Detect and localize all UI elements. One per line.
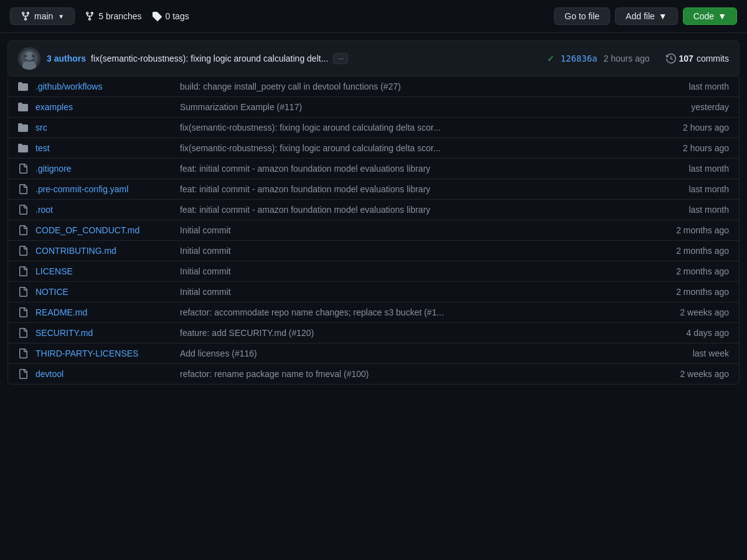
file-name[interactable]: CODE_OF_CONDUCT.md [35, 225, 172, 235]
file-time: 2 months ago [648, 266, 729, 276]
tags-count: 0 tags [166, 11, 189, 21]
file-commit-message: refactor: rename package name to fmeval … [180, 369, 641, 379]
file-icon [18, 369, 28, 379]
toolbar-actions: Go to file Add file ▼ Code ▼ [554, 7, 737, 25]
file-name[interactable]: .github/workflows [35, 82, 172, 91]
table-row[interactable]: srcfix(semantic-robustness): fixing logi… [8, 118, 739, 138]
toolbar: main ▼ 5 branches 0 tags Go to file Add … [0, 0, 747, 33]
file-commit-message: Initial commit [180, 266, 641, 276]
folder-icon [18, 123, 28, 133]
commit-authors[interactable]: 3 authors [47, 54, 86, 63]
file-commit-message: Initial commit [180, 225, 641, 235]
file-commit-message: build: change install_poetry call in dev… [180, 82, 641, 91]
file-name[interactable]: LICENSE [35, 266, 172, 276]
file-name[interactable]: .root [35, 205, 172, 215]
table-row[interactable]: CONTRIBUTING.mdInitial commit2 months ag… [8, 241, 739, 261]
branch-chevron-icon: ▼ [58, 13, 64, 20]
file-icon [18, 205, 28, 215]
file-name[interactable]: test [35, 143, 172, 153]
file-commit-message: Initial commit [180, 246, 641, 256]
file-icon [18, 184, 28, 194]
add-file-chevron-icon: ▼ [659, 11, 667, 21]
commit-dots[interactable]: ··· [333, 53, 348, 64]
file-name[interactable]: SECURITY.md [35, 328, 172, 338]
file-time: last week [648, 348, 729, 358]
table-row[interactable]: .github/workflowsbuild: change install_p… [8, 77, 739, 97]
file-name[interactable]: devtool [35, 369, 172, 379]
file-commit-message: feat: initial commit - amazon foundation… [180, 164, 641, 174]
file-time: 2 weeks ago [648, 307, 729, 317]
file-time: last month [648, 184, 729, 194]
table-row[interactable]: devtoolrefactor: rename package name to … [8, 364, 739, 384]
folder-icon [18, 143, 28, 153]
table-row[interactable]: .rootfeat: initial commit - amazon found… [8, 200, 739, 220]
file-commit-message: Add licenses (#116) [180, 348, 641, 358]
table-row[interactable]: THIRD-PARTY-LICENSESAdd licenses (#116)l… [8, 343, 739, 364]
tags-badge[interactable]: 0 tags [152, 11, 189, 21]
avatar[interactable] [18, 47, 40, 70]
file-time: 2 months ago [648, 287, 729, 297]
commit-count[interactable]: 107 commits [666, 54, 729, 63]
commit-time: 2 hours ago [604, 54, 650, 63]
file-icon [18, 287, 28, 297]
file-time: last month [648, 164, 729, 174]
file-name[interactable]: .gitignore [35, 164, 172, 174]
file-commit-message: Summarization Example (#117) [180, 102, 641, 112]
table-row[interactable]: .gitignorefeat: initial commit - amazon … [8, 159, 739, 179]
branches-count: 5 branches [98, 11, 141, 21]
file-name[interactable]: THIRD-PARTY-LICENSES [35, 348, 172, 358]
file-commit-message: fix(semantic-robustness): fixing logic a… [180, 143, 641, 153]
table-row[interactable]: SECURITY.mdfeature: add SECURITY.md (#12… [8, 323, 739, 343]
file-icon [18, 266, 28, 276]
meta-badges: 5 branches 0 tags [85, 11, 544, 21]
branches-badge[interactable]: 5 branches [85, 11, 141, 21]
commit-info: 3 authors fix(semantic-robustness): fixi… [47, 53, 541, 64]
table-row[interactable]: examplesSummarization Example (#117)yest… [8, 97, 739, 118]
file-icon [18, 328, 28, 338]
commits-number: 107 [679, 54, 693, 63]
goto-file-button[interactable]: Go to file [554, 7, 610, 25]
table-row[interactable]: README.mdrefactor: accommodate repo name… [8, 302, 739, 323]
file-commit-message: fix(semantic-robustness): fixing logic a… [180, 123, 641, 133]
file-icon [18, 225, 28, 235]
file-name[interactable]: examples [35, 102, 172, 112]
branch-name: main [34, 11, 53, 21]
folder-icon [18, 82, 28, 91]
file-time: 2 months ago [648, 225, 729, 235]
file-name[interactable]: src [35, 123, 172, 133]
file-time: 2 hours ago [648, 143, 729, 153]
file-time: last month [648, 205, 729, 215]
table-row[interactable]: NOTICEInitial commit2 months ago [8, 282, 739, 302]
file-commit-message: feature: add SECURITY.md (#120) [180, 328, 641, 338]
file-commit-message: Initial commit [180, 287, 641, 297]
file-time: last month [648, 82, 729, 91]
add-file-button[interactable]: Add file ▼ [615, 7, 678, 25]
table-row[interactable]: .pre-commit-config.yamlfeat: initial com… [8, 179, 739, 200]
table-row[interactable]: CODE_OF_CONDUCT.mdInitial commit2 months… [8, 220, 739, 241]
commit-bar: 3 authors fix(semantic-robustness): fixi… [7, 40, 740, 77]
file-time: 2 weeks ago [648, 369, 729, 379]
file-name[interactable]: NOTICE [35, 287, 172, 297]
table-row[interactable]: LICENSEInitial commit2 months ago [8, 261, 739, 282]
file-icon [18, 307, 28, 317]
file-icon [18, 348, 28, 358]
commit-hash[interactable]: 126836a [561, 54, 598, 63]
file-name[interactable]: README.md [35, 307, 172, 317]
file-name[interactable]: CONTRIBUTING.md [35, 246, 172, 256]
commit-status-icon: ✓ [547, 54, 555, 63]
file-time: yesterday [648, 102, 729, 112]
svg-point-4 [24, 55, 27, 57]
file-time: 2 hours ago [648, 123, 729, 133]
file-table: .github/workflowsbuild: change install_p… [7, 77, 740, 385]
code-chevron-icon: ▼ [718, 11, 726, 21]
code-button[interactable]: Code ▼ [683, 7, 737, 25]
file-commit-message: feat: initial commit - amazon foundation… [180, 184, 641, 194]
commit-message[interactable]: fix(semantic-robustness): fixing logic a… [91, 54, 328, 63]
commits-label: commits [697, 54, 729, 63]
file-name[interactable]: .pre-commit-config.yaml [35, 184, 172, 194]
file-commit-message: feat: initial commit - amazon foundation… [180, 205, 641, 215]
branch-selector[interactable]: main ▼ [10, 7, 75, 25]
svg-point-5 [32, 55, 34, 57]
file-time: 4 days ago [648, 328, 729, 338]
table-row[interactable]: testfix(semantic-robustness): fixing log… [8, 138, 739, 159]
